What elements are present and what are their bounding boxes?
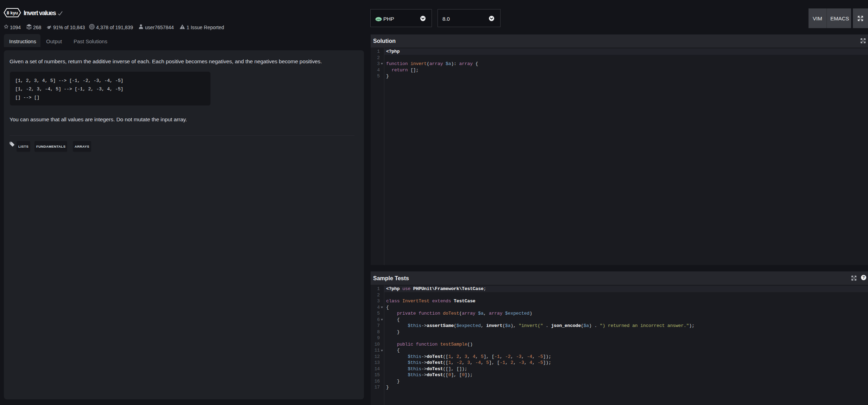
svg-text:php: php (377, 18, 380, 20)
svg-text:8 kyu: 8 kyu (7, 11, 18, 15)
